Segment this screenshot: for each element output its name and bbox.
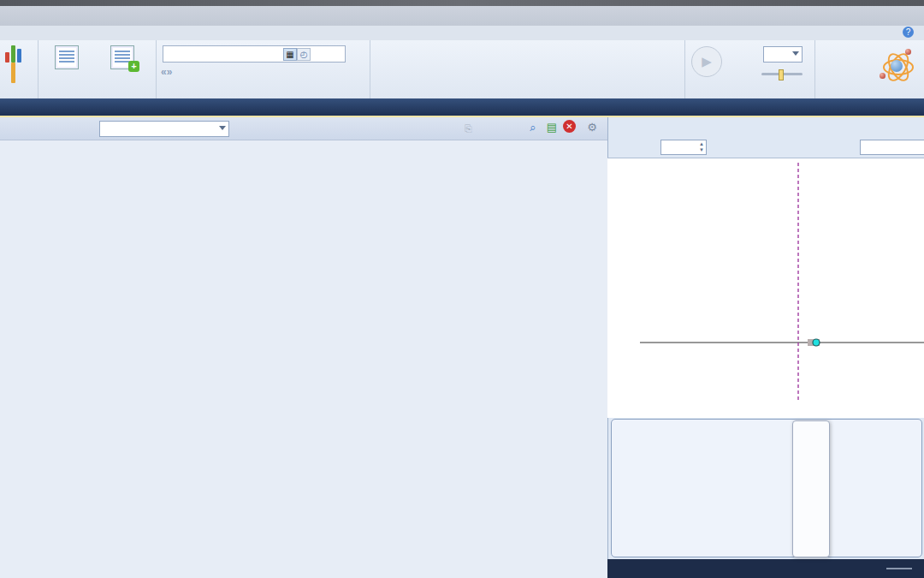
close-position-icon[interactable]: ✕: [563, 120, 576, 133]
window-top-strip: [0, 0, 924, 6]
trade-log-icon: [55, 45, 79, 69]
analysis-tab-bar: [0, 98, 924, 116]
speed-slider-knob[interactable]: [779, 69, 784, 80]
reports-button[interactable]: [0, 45, 39, 70]
position-select[interactable]: [99, 121, 229, 137]
help-icon[interactable]: ?: [903, 27, 914, 38]
spin-down-icon[interactable]: ▼: [699, 148, 704, 152]
commit-trade-button[interactable]: +: [96, 45, 149, 72]
reports-icon: [2, 45, 24, 68]
step-fwd-icon[interactable]: »: [167, 66, 173, 78]
plus-icon: +: [128, 61, 139, 72]
trade-log-button[interactable]: [40, 45, 93, 72]
ribbon: + ▦ ◴ «» ▶: [0, 40, 924, 99]
title-bar: [0, 6, 924, 26]
exp-toggle[interactable]: [314, 48, 326, 59]
menu-bar: [0, 26, 924, 40]
ribbon-group-windows: [370, 40, 685, 98]
interval-select[interactable]: [763, 46, 803, 63]
clock-icon[interactable]: ◴: [297, 48, 311, 61]
projection-date-input[interactable]: [860, 140, 924, 155]
play-button[interactable]: ▶: [691, 46, 722, 77]
current-pnl-marker: [813, 339, 820, 346]
greeks-panel: [611, 419, 922, 557]
live-toggle[interactable]: [335, 48, 346, 59]
commit-button[interactable]: ⎘: [465, 123, 472, 134]
export-grid-icon[interactable]: ▤: [544, 120, 560, 135]
greeks-current-column: [792, 420, 830, 557]
ribbon-group-reports: [0, 40, 38, 98]
status-bar: [607, 559, 924, 578]
risk-chart-lines: [607, 158, 924, 417]
ribbon-group-datetime: ▦ ◴ «»: [156, 40, 370, 98]
atom-logo-icon: [878, 47, 915, 85]
optionnet-explorer-window: ? + ▦ ◴: [0, 0, 924, 578]
calendar-icon[interactable]: ▦: [283, 48, 297, 61]
position-toolbar: ⎘ ⌕ ▤ ✕ ⚙: [0, 117, 607, 140]
ribbon-group-playback: ▶: [684, 40, 815, 98]
gear-icon[interactable]: ⚙: [584, 120, 600, 135]
speed-slider[interactable]: [761, 73, 803, 75]
trading-date-input[interactable]: ▦ ◴: [163, 45, 346, 63]
commit-trade-icon: +: [110, 45, 134, 69]
step-back-icon[interactable]: «: [161, 66, 167, 78]
vol-adjust-spinner[interactable]: ▲ ▼: [660, 140, 707, 155]
time-nav: «»: [161, 66, 366, 80]
spin-up-icon[interactable]: ▲: [699, 142, 704, 146]
search-icon[interactable]: ⌕: [525, 120, 541, 135]
ribbon-group-tradelog: +: [38, 40, 157, 98]
zoom-slider[interactable]: [886, 568, 912, 569]
